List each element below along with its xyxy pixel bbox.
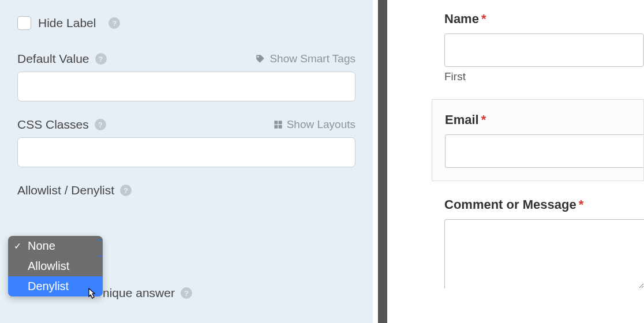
help-icon[interactable]: ? xyxy=(120,185,132,196)
default-value-label: Default Value ? xyxy=(17,52,107,66)
svg-rect-2 xyxy=(274,125,278,129)
default-value-input[interactable] xyxy=(17,72,355,102)
tag-icon xyxy=(255,54,265,64)
name-first-input[interactable] xyxy=(444,33,644,67)
hide-label-row: Hide Label ? xyxy=(17,16,355,30)
css-classes-input[interactable] xyxy=(17,137,355,167)
comment-label: Comment or Message* xyxy=(444,197,644,212)
help-icon[interactable]: ? xyxy=(108,17,120,29)
email-input[interactable] xyxy=(445,134,643,168)
help-icon[interactable]: ? xyxy=(95,53,107,65)
help-icon[interactable]: ? xyxy=(95,119,106,130)
css-classes-field: CSS Classes ? Show Layouts xyxy=(17,118,355,167)
dropdown-option-none[interactable]: ✓ None xyxy=(8,236,103,256)
comment-textarea[interactable] xyxy=(444,219,644,288)
svg-rect-0 xyxy=(274,121,278,124)
name-field: Name* First xyxy=(444,12,644,83)
email-label: Email* xyxy=(445,112,643,127)
dropdown-option-denylist[interactable]: Denylist xyxy=(8,276,103,296)
allowlist-dropdown-menu[interactable]: ✓ None Allowlist Denylist xyxy=(8,236,103,296)
default-value-field: Default Value ? Show Smart Tags xyxy=(17,52,355,102)
show-smart-tags-link[interactable]: Show Smart Tags xyxy=(255,52,355,65)
svg-rect-1 xyxy=(278,121,282,124)
hide-label-text: Hide Label xyxy=(38,16,96,30)
unique-answer-label-fragment: nique answer ? xyxy=(103,286,192,300)
comment-field: Comment or Message* xyxy=(444,197,644,291)
name-sublabel: First xyxy=(444,70,644,83)
required-indicator: * xyxy=(579,197,584,212)
svg-rect-3 xyxy=(278,125,282,129)
allowlist-denylist-field: Allowlist / Denylist ? xyxy=(17,183,355,197)
required-indicator: * xyxy=(481,12,486,26)
help-icon[interactable]: ? xyxy=(181,287,192,299)
field-options-panel: Hide Label ? Default Value ? Show Smart … xyxy=(0,0,373,323)
hide-label-checkbox[interactable] xyxy=(17,16,31,30)
show-layouts-link[interactable]: Show Layouts xyxy=(274,118,355,131)
required-indicator: * xyxy=(481,112,486,127)
email-field-block[interactable]: Email* xyxy=(432,99,644,181)
check-icon: ✓ xyxy=(14,241,21,251)
panel-divider[interactable] xyxy=(378,0,395,323)
form-preview-panel: Name* First Email* Comment or Message* xyxy=(390,0,644,323)
css-classes-label: CSS Classes ? xyxy=(17,118,106,132)
name-label: Name* xyxy=(444,12,644,27)
dropdown-option-allowlist[interactable]: Allowlist xyxy=(8,256,103,276)
grid-icon xyxy=(274,120,283,129)
allowlist-denylist-label: Allowlist / Denylist ? xyxy=(17,183,355,197)
